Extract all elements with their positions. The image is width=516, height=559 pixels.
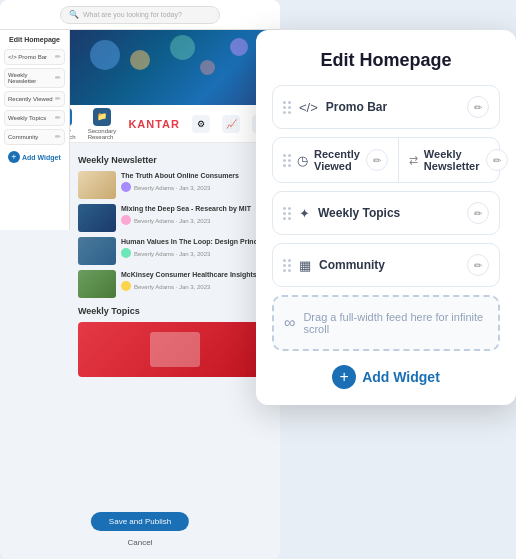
drop-zone-text: Drag a full-width feed here for infinite… <box>303 311 488 335</box>
icon-5: 📈 <box>226 119 237 129</box>
avatar-1 <box>121 182 131 192</box>
community-label: Community <box>319 258 459 272</box>
drop-zone[interactable]: ∞ Drag a full-width feed here for infini… <box>272 295 500 351</box>
article-2-thumb <box>78 204 116 232</box>
article-3: Human Values In The Loop: Design Princ..… <box>78 237 272 265</box>
article-4-thumb <box>78 270 116 298</box>
add-widget-plus-icon: + <box>332 365 356 389</box>
top-bar: 🔍 What are you looking for today? <box>0 0 280 30</box>
sidebar-add-widget[interactable]: + Add Widget <box>4 151 65 163</box>
sidebar-promo: </> Promo Bar ✏ <box>4 49 65 65</box>
article-3-text: Human Values In The Loop: Design Princ..… <box>121 237 272 258</box>
article-2-text: Mixing the Deep Sea - Research by MIT Be… <box>121 204 272 225</box>
save-publish-btn[interactable]: Save and Publish <box>91 512 189 531</box>
nav-kantar: KANTAR <box>128 118 180 130</box>
drag-handle-topics <box>283 207 291 220</box>
community-edit-btn[interactable]: ✏ <box>467 254 489 276</box>
topics-hero <box>78 322 272 377</box>
widget-recently-viewed[interactable]: ◷ RecentlyViewed ✏ <box>273 138 399 182</box>
avatar-2 <box>121 215 131 225</box>
avatar-3 <box>121 248 131 258</box>
article-1-text: The Truth About Online Consumers Beverly… <box>121 171 272 192</box>
recently-viewed-label: RecentlyViewed <box>314 148 360 172</box>
infinity-icon: ∞ <box>284 314 295 332</box>
promo-bar-label: Promo Bar <box>326 100 459 114</box>
sidebar-recently: Recently Viewed ✏ <box>4 91 65 107</box>
hero-circle-2 <box>130 50 150 70</box>
hero-circle-3 <box>170 35 195 60</box>
sidebar-topics: Weekly Topics ✏ <box>4 110 65 126</box>
sidebar-newsletter: Weekly Newsletter ✏ <box>4 68 65 88</box>
drag-handle-recently <box>283 154 291 167</box>
article-1: The Truth About Online Consumers Beverly… <box>78 171 272 199</box>
nav-row: 📊 Primary Research 📁 Secondary Research … <box>70 105 280 143</box>
content-area: 📊 Primary Research 📁 Secondary Research … <box>70 30 280 389</box>
sidebar-community: Community ✏ <box>4 129 65 145</box>
weekly-topics-icon: ✦ <box>299 206 310 221</box>
drag-handle-community <box>283 259 291 272</box>
avatar-4 <box>121 281 131 291</box>
add-widget-label: Add Widget <box>362 369 440 385</box>
page-content: Weekly Newsletter The Truth About Online… <box>70 143 280 389</box>
weekly-topics-label: Weekly Topics <box>318 206 459 220</box>
kantar-logo: KANTAR <box>128 118 180 130</box>
secondary-research-icon: 📁 <box>97 112 107 121</box>
article-1-thumb <box>78 171 116 199</box>
article-2: Mixing the Deep Sea - Research by MIT Be… <box>78 204 272 232</box>
sidebar-add-label: Add Widget <box>22 154 61 161</box>
drag-handle-promo <box>283 101 291 114</box>
widget-weekly-topics[interactable]: ✦ Weekly Topics ✏ <box>272 191 500 235</box>
weekly-topics-heading: Weekly Topics <box>78 306 272 316</box>
article-4-text: McKinsey Consumer Healthcare Insights...… <box>121 270 272 291</box>
icon-4: ⚙ <box>197 119 205 129</box>
search-bar[interactable]: 🔍 What are you looking for today? <box>60 6 220 24</box>
add-plus-icon: + <box>8 151 20 163</box>
nav-secondary-research: 📁 Secondary Research <box>88 108 117 140</box>
recently-viewed-icon: ◷ <box>297 153 308 168</box>
promo-bar-icon: </> <box>299 100 318 115</box>
article-4: McKinsey Consumer Healthcare Insights...… <box>78 270 272 298</box>
topics-thumb <box>150 332 200 367</box>
hero-circle-5 <box>230 38 248 56</box>
sidebar-title: Edit Homepage <box>4 36 65 43</box>
add-widget-button[interactable]: + Add Widget <box>272 365 500 389</box>
cancel-link[interactable]: Cancel <box>128 538 153 547</box>
hero-circle-4 <box>200 60 215 75</box>
panel-title: Edit Homepage <box>272 50 500 71</box>
nav-icon-5: 📈 <box>222 115 240 133</box>
widget-promo-bar[interactable]: </> Promo Bar ✏ <box>272 85 500 129</box>
widget-double-row: ◷ RecentlyViewed ✏ ⇄ WeeklyNewsletter ✏ <box>272 137 500 183</box>
search-placeholder: What are you looking for today? <box>83 11 182 18</box>
community-icon: ▦ <box>299 258 311 273</box>
promo-bar-edit-btn[interactable]: ✏ <box>467 96 489 118</box>
weekly-topics-edit-btn[interactable]: ✏ <box>467 202 489 224</box>
widget-weekly-newsletter[interactable]: ⇄ WeeklyNewsletter ✏ <box>399 138 516 182</box>
hero-circle-1 <box>90 40 120 70</box>
nav-icon-4: ⚙ <box>192 115 210 133</box>
edit-homepage-panel: Edit Homepage </> Promo Bar ✏ ◷ Recently… <box>256 30 516 405</box>
background-page: 🔍 What are you looking for today? Edit H… <box>0 0 280 559</box>
mini-sidebar: Edit Homepage </> Promo Bar ✏ Weekly New… <box>0 30 70 230</box>
weekly-newsletter-edit-btn[interactable]: ✏ <box>486 149 508 171</box>
widget-community[interactable]: ▦ Community ✏ <box>272 243 500 287</box>
weekly-newsletter-heading: Weekly Newsletter <box>78 155 272 165</box>
article-3-thumb <box>78 237 116 265</box>
weekly-newsletter-label: WeeklyNewsletter <box>424 148 480 172</box>
hero-banner <box>70 30 280 105</box>
recently-viewed-edit-btn[interactable]: ✏ <box>366 149 388 171</box>
swap-icon: ⇄ <box>409 154 418 167</box>
